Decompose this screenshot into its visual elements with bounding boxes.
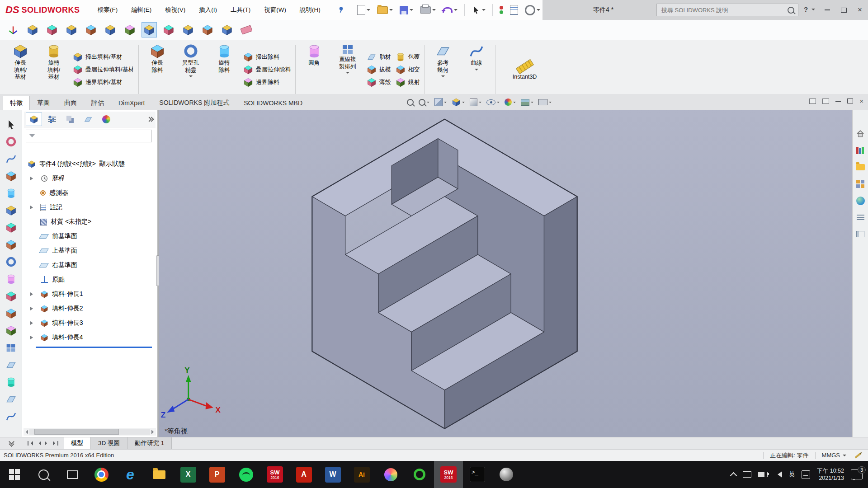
new-document-button[interactable] xyxy=(357,5,370,15)
options-button[interactable] xyxy=(525,5,540,15)
menu-tools[interactable]: 工具(T) xyxy=(230,4,251,16)
taskbar-chrome[interactable] xyxy=(87,461,116,488)
zoom-area-icon[interactable] xyxy=(419,99,429,106)
scroll-left-icon[interactable] xyxy=(24,430,28,434)
file-properties-button[interactable] xyxy=(510,5,518,15)
menu-window[interactable]: 視窗(W) xyxy=(263,4,287,16)
view-cube-icon-6[interactable] xyxy=(122,22,137,38)
view-cube-icon-4[interactable] xyxy=(83,22,99,38)
propertymanager-tab[interactable] xyxy=(44,113,60,126)
save-button[interactable] xyxy=(400,6,413,14)
part-model[interactable] xyxy=(312,119,577,429)
custom-properties-icon[interactable] xyxy=(855,212,865,222)
chevron-down-icon[interactable] xyxy=(513,102,516,104)
help-search-box[interactable] xyxy=(656,4,798,16)
ribbon-button-draft[interactable]: 拔模 xyxy=(367,64,391,75)
sketch-icon[interactable] xyxy=(5,135,18,148)
chevron-down-icon[interactable] xyxy=(462,102,465,104)
scroll-next-icon[interactable] xyxy=(45,441,49,446)
scroll-first-icon[interactable] xyxy=(28,441,33,446)
help-button[interactable]: ? xyxy=(804,5,808,13)
menu-file[interactable]: 檔案(F) xyxy=(97,4,118,16)
tree-item-top-plane[interactable]: 上基準面 xyxy=(22,244,157,258)
swept-boss-icon[interactable] xyxy=(5,204,18,217)
ribbon-button-extruded-boss[interactable]: 伸長填料/基材 xyxy=(4,42,37,97)
displaymanager-tab[interactable] xyxy=(98,113,114,126)
scroll-previous-icon[interactable] xyxy=(37,441,41,446)
ribbon-button-intersect[interactable]: 相交 xyxy=(396,64,420,75)
ribbon-button-instant3d[interactable]: Instant3D xyxy=(497,42,552,97)
hole-wizard-icon[interactable] xyxy=(5,255,18,268)
ribbon-button-revolved-boss[interactable]: 旋轉填料/基材 xyxy=(37,42,71,97)
view-cube-icon-1[interactable] xyxy=(25,22,40,38)
units-selector[interactable]: MMGS xyxy=(822,452,840,459)
chevron-down-icon[interactable] xyxy=(444,102,447,104)
eraser-icon[interactable] xyxy=(239,22,254,38)
tree-item-boss-extrude1[interactable]: 填料-伸長1 xyxy=(22,287,157,301)
view-cube-icon-10[interactable] xyxy=(200,22,215,38)
curves-icon[interactable] xyxy=(5,410,18,423)
reference-geometry-icon[interactable] xyxy=(5,393,18,406)
ribbon-button-lofted-boss[interactable]: 疊層拉伸填料/基材 xyxy=(73,64,134,75)
taskbar-paint[interactable] xyxy=(376,461,405,488)
file-explorer-icon[interactable] xyxy=(855,162,865,172)
tab-mbd[interactable]: SOLIDWORKS MBD xyxy=(236,96,310,110)
taskbar-edge[interactable]: e xyxy=(116,461,145,488)
smart-dimension-icon[interactable] xyxy=(5,152,18,165)
expand-arrow-icon[interactable] xyxy=(30,292,35,296)
chevron-down-icon[interactable] xyxy=(482,9,486,13)
taskbar-clock[interactable]: 下午 10:52 2021/1/13 xyxy=(817,467,844,482)
featuremanager-tree-tab[interactable] xyxy=(26,113,42,126)
chevron-down-icon[interactable] xyxy=(843,455,846,458)
shell-icon[interactable] xyxy=(5,375,18,389)
ribbon-button-mirror[interactable]: 鏡射 xyxy=(396,77,420,88)
apply-scene-icon[interactable] xyxy=(521,99,533,106)
close-button[interactable]: × xyxy=(852,0,868,20)
reference-triad-icon[interactable] xyxy=(5,22,21,38)
tree-item-front-plane[interactable]: 前基準面 xyxy=(22,229,157,244)
ribbon-button-wrap[interactable]: 包覆 xyxy=(396,52,420,63)
ribbon-button-linear-pattern[interactable]: 直線複製排列 xyxy=(331,42,364,97)
ribbon-button-fillet[interactable]: 圓角 xyxy=(297,42,331,97)
expand-arrow-icon[interactable] xyxy=(30,206,35,209)
menu-help[interactable]: 說明(H) xyxy=(299,4,321,16)
tree-item-right-plane[interactable]: 右基準面 xyxy=(22,258,157,272)
taskbar-powerpoint[interactable]: P xyxy=(203,461,231,488)
zoom-fit-icon[interactable] xyxy=(407,99,414,106)
scroll-last-icon[interactable] xyxy=(53,441,58,446)
view-cube-icon-2[interactable] xyxy=(44,22,60,38)
taskbar-excel[interactable]: X xyxy=(174,461,203,488)
tab-evaluate[interactable]: 評估 xyxy=(84,96,111,110)
taskbar-search-button[interactable] xyxy=(29,461,58,488)
tab-surfaces[interactable]: 曲面 xyxy=(57,96,84,110)
scrollbar-thumb[interactable] xyxy=(34,429,119,435)
view-cube-icon-8[interactable] xyxy=(161,22,176,38)
view-orientation-icon[interactable] xyxy=(452,98,465,107)
chevron-down-icon[interactable] xyxy=(811,9,815,12)
ribbon-button-lofted-cut[interactable]: 疊層拉伸除料 xyxy=(243,64,291,75)
taskbar-file-explorer[interactable] xyxy=(145,461,174,488)
scroll-right-icon[interactable] xyxy=(151,430,156,434)
menu-edit[interactable]: 編輯(E) xyxy=(130,4,152,16)
taskbar-terminal[interactable]: >_ xyxy=(463,461,492,488)
view-cube-icon-9[interactable] xyxy=(180,22,196,38)
chevron-down-icon[interactable] xyxy=(475,69,478,72)
appearances-icon[interactable] xyxy=(855,196,865,206)
taskbar-solidworks-2016[interactable]: SW2016 xyxy=(260,461,289,488)
expand-arrow-icon[interactable] xyxy=(30,177,35,180)
solidworks-resources-icon[interactable] xyxy=(855,129,865,139)
chevron-down-icon[interactable] xyxy=(389,9,393,13)
select-icon[interactable] xyxy=(5,118,18,131)
select-button[interactable] xyxy=(472,5,486,14)
extruded-cut-icon[interactable] xyxy=(5,238,18,251)
fillet-icon[interactable] xyxy=(5,324,18,337)
ribbon-button-curves[interactable]: 曲線 xyxy=(460,42,493,97)
chevron-down-icon[interactable] xyxy=(410,9,413,13)
dimxpertmanager-tab[interactable] xyxy=(80,113,96,126)
chevron-down-icon[interactable] xyxy=(549,102,552,104)
taskbar-media-sphere[interactable] xyxy=(492,461,521,488)
ribbon-button-hole-wizard[interactable]: 異型孔精靈 xyxy=(174,42,208,97)
view-cube-icon-7-active[interactable] xyxy=(142,22,157,38)
tree-item-origin[interactable]: 原點 xyxy=(22,272,157,287)
document-minimize-icon[interactable] xyxy=(835,101,841,102)
